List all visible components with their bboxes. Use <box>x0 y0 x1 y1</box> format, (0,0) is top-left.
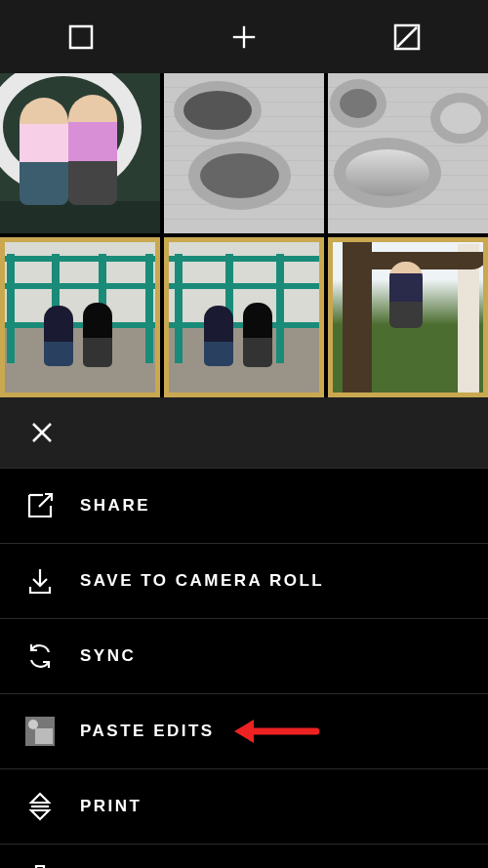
download-icon <box>25 566 55 596</box>
share-label: SHARE <box>80 496 150 516</box>
action-menu: SHARE SAVE TO CAMERA ROLL SYNC PASTE EDI… <box>0 468 488 868</box>
print-icon <box>25 792 55 821</box>
photo-grid <box>0 73 488 397</box>
trash-icon <box>25 862 55 869</box>
photo-thumbnail-selected[interactable] <box>0 237 160 397</box>
paste-edits-button[interactable]: PASTE EDITS <box>0 693 488 768</box>
photo-thumbnail-selected[interactable] <box>164 237 324 397</box>
print-button[interactable]: PRINT <box>0 768 488 844</box>
photo-thumbnail[interactable] <box>0 73 160 233</box>
svg-marker-13 <box>31 810 49 819</box>
library-icon[interactable] <box>67 23 95 51</box>
share-icon <box>25 491 55 520</box>
svg-marker-11 <box>31 794 49 803</box>
svg-line-4 <box>397 27 417 47</box>
svg-marker-10 <box>234 720 254 743</box>
paste-thumbnail-icon <box>25 717 55 746</box>
sync-button[interactable]: SYNC <box>0 618 488 693</box>
close-icon[interactable] <box>27 418 57 447</box>
share-button[interactable]: SHARE <box>0 468 488 543</box>
paste-edits-label: PASTE EDITS <box>80 722 215 741</box>
sync-icon <box>25 641 55 671</box>
annotation-arrow-icon <box>230 710 320 753</box>
add-icon[interactable] <box>230 23 258 51</box>
save-label: SAVE TO CAMERA ROLL <box>80 571 324 591</box>
print-label: PRINT <box>80 797 142 816</box>
sync-label: SYNC <box>80 646 136 666</box>
svg-rect-0 <box>70 26 92 48</box>
edit-icon[interactable] <box>393 23 421 51</box>
photo-thumbnail[interactable] <box>328 73 488 233</box>
top-toolbar <box>0 0 488 73</box>
save-button[interactable]: SAVE TO CAMERA ROLL <box>0 543 488 618</box>
photo-thumbnail-selected[interactable] <box>328 237 488 397</box>
delete-button[interactable]: DELETE <box>0 844 488 868</box>
action-sheet-header <box>0 397 488 468</box>
photo-thumbnail[interactable] <box>164 73 324 233</box>
